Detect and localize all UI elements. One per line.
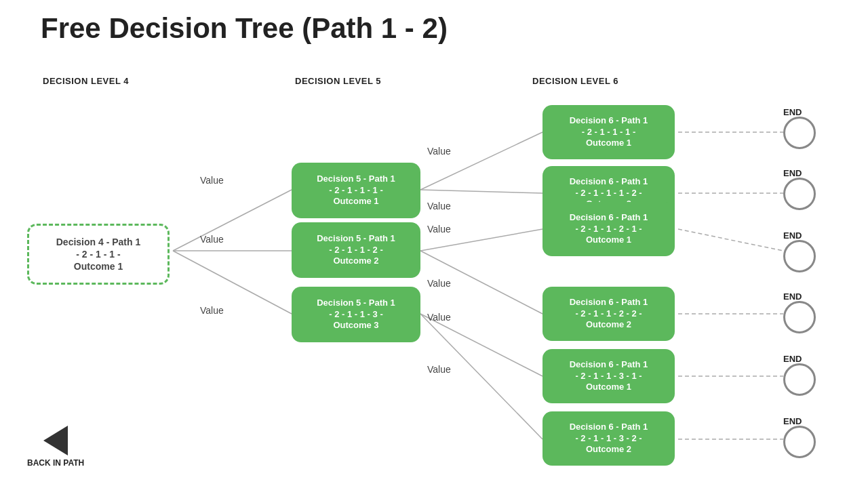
- value-label-2: Value: [200, 234, 224, 245]
- page-title: Free Decision Tree (Path 1 - 2): [0, 0, 868, 45]
- end-label-1: END: [783, 107, 802, 117]
- end-label-3: END: [783, 230, 802, 241]
- level-label-5: DECISION LEVEL 5: [295, 76, 381, 86]
- node-d5-1[interactable]: Decision 5 - Path 1- 2 - 1 - 1 - 1 -Outc…: [292, 163, 420, 218]
- level-label-6: DECISION LEVEL 6: [532, 76, 618, 86]
- svg-line-11: [678, 229, 783, 251]
- value-label-1: Value: [200, 175, 224, 186]
- end-label-4: END: [783, 291, 802, 302]
- back-button-label: BACK IN PATH: [27, 458, 84, 468]
- end-label-2: END: [783, 168, 802, 178]
- node-d6-3[interactable]: Decision 6 - Path 1- 2 - 1 - 1 - 2 - 1 -…: [542, 202, 675, 256]
- value-label-9: Value: [427, 364, 451, 375]
- value-label-8: Value: [427, 312, 451, 323]
- value-label-6: Value: [427, 224, 451, 235]
- svg-line-2: [173, 251, 292, 314]
- node-d6-1[interactable]: Decision 6 - Path 1- 2 - 1 - 1 - 1 -Outc…: [542, 105, 675, 159]
- back-button[interactable]: BACK IN PATH: [27, 426, 84, 468]
- svg-line-4: [420, 190, 542, 193]
- end-label-6: END: [783, 416, 802, 426]
- end-circle-5[interactable]: [783, 363, 816, 396]
- end-circle-6[interactable]: [783, 426, 816, 458]
- node-d5-3[interactable]: Decision 5 - Path 1- 2 - 1 - 1 - 3 -Outc…: [292, 287, 420, 342]
- node-d6-6[interactable]: Decision 6 - Path 1- 2 - 1 - 1 - 3 - 2 -…: [542, 411, 675, 466]
- value-label-7: Value: [427, 278, 451, 289]
- node-d5-2[interactable]: Decision 5 - Path 1- 2 - 1 - 1 - 2 -Outc…: [292, 222, 420, 278]
- end-circle-3[interactable]: [783, 240, 816, 272]
- end-circle-4[interactable]: [783, 301, 816, 333]
- end-label-5: END: [783, 354, 802, 364]
- node-d6-5[interactable]: Decision 6 - Path 1- 2 - 1 - 1 - 3 - 1 -…: [542, 349, 675, 403]
- svg-line-3: [420, 132, 542, 190]
- node-d6-4[interactable]: Decision 6 - Path 1- 2 - 1 - 1 - 2 - 2 -…: [542, 287, 675, 341]
- svg-line-8: [420, 314, 542, 439]
- end-circle-2[interactable]: [783, 178, 816, 210]
- value-label-3: Value: [200, 305, 224, 316]
- svg-line-0: [173, 190, 292, 251]
- end-circle-1[interactable]: [783, 117, 816, 149]
- value-label-5: Value: [427, 201, 451, 211]
- value-label-4: Value: [427, 146, 451, 157]
- node-d4-1[interactable]: Decision 4 - Path 1- 2 - 1 - 1 -Outcome …: [27, 224, 170, 285]
- back-arrow-icon: [43, 426, 68, 455]
- level-label-4: DECISION LEVEL 4: [43, 76, 129, 86]
